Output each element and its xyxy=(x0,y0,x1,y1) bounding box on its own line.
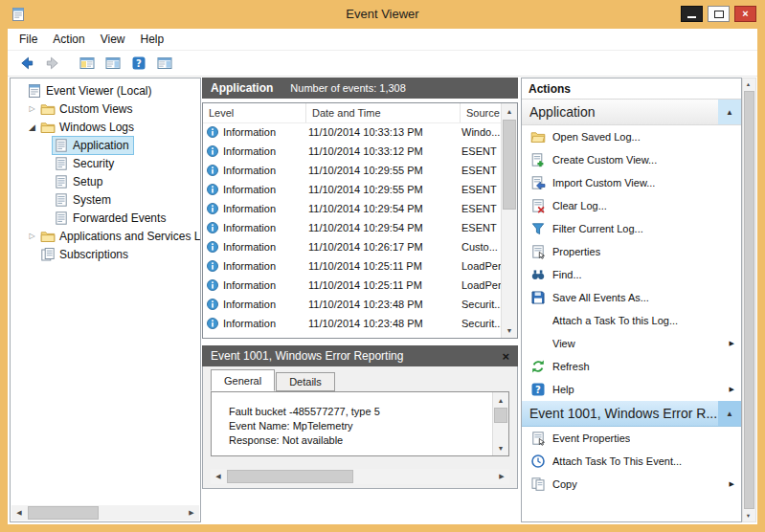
preview-horizontal-scrollbar[interactable]: ◀ ▶ xyxy=(211,469,509,484)
collapse-group-icon[interactable]: ▲ xyxy=(718,100,741,124)
menu-action[interactable]: Action xyxy=(45,33,92,46)
tab-general[interactable]: General xyxy=(211,369,275,391)
maximize-button[interactable] xyxy=(708,6,730,22)
scroll-thumb[interactable] xyxy=(503,120,516,210)
action-properties[interactable]: Properties xyxy=(522,240,741,263)
scroll-right-icon[interactable]: ▶ xyxy=(494,469,509,484)
scroll-up-icon[interactable]: ▲ xyxy=(743,78,754,90)
chevron-collapsed-icon[interactable]: ▷ xyxy=(26,104,38,113)
toolbar-help-button[interactable]: ? xyxy=(129,54,148,73)
event-level: Information xyxy=(223,126,276,138)
titlebar[interactable]: Event Viewer × xyxy=(0,0,765,29)
action-create-custom-view[interactable]: Create Custom View... xyxy=(522,148,741,171)
close-preview-icon[interactable]: × xyxy=(502,349,509,364)
menu-view[interactable]: View xyxy=(93,33,133,46)
tab-details[interactable]: Details xyxy=(276,372,335,391)
action-label: Event Properties xyxy=(552,432,630,444)
event-row[interactable]: Information11/10/2014 10:33:12 PMESENT xyxy=(203,142,502,161)
toolbar-forward-button[interactable] xyxy=(43,54,62,73)
toolbar-show-action-pane-2-button[interactable] xyxy=(155,54,174,73)
event-row[interactable]: Information11/10/2014 10:23:48 PMSecurit… xyxy=(203,295,502,314)
column-header-level[interactable]: Level xyxy=(203,103,306,122)
action-label: Filter Current Log... xyxy=(552,223,643,234)
actions-vertical-scrollbar[interactable]: ▲ ▼ xyxy=(742,78,756,522)
action-import-custom-view[interactable]: Import Custom View... xyxy=(522,171,741,194)
event-row[interactable]: Information11/10/2014 10:25:11 PMLoadPer… xyxy=(203,256,502,276)
toolbar-back-button[interactable] xyxy=(17,54,36,73)
information-icon xyxy=(206,317,219,330)
tree-item-application[interactable]: Application xyxy=(11,136,200,154)
actions-group-event-1001-windows-error-r[interactable]: Event 1001, Windows Error R...▲ xyxy=(522,401,741,427)
scroll-thumb[interactable] xyxy=(494,408,507,423)
scroll-thumb[interactable] xyxy=(227,470,353,483)
console-tree-panel: Event Viewer (Local)▷Custom Views◢Window… xyxy=(10,78,201,522)
tree-item-forwarded-events[interactable]: Forwarded Events xyxy=(11,209,200,227)
tree-item-custom-views[interactable]: ▷Custom Views xyxy=(11,100,200,118)
help-icon: ? xyxy=(131,55,146,71)
preview-vertical-scrollbar[interactable]: ▲ ▼ xyxy=(492,392,508,455)
event-datetime: 11/10/2014 10:25:11 PM xyxy=(303,260,456,272)
event-row[interactable]: Information11/10/2014 10:29:54 PMESENT xyxy=(203,199,502,218)
scroll-up-icon[interactable]: ▲ xyxy=(493,392,508,408)
actions-group-application[interactable]: Application▲ xyxy=(522,100,741,125)
chevron-expanded-icon[interactable]: ◢ xyxy=(26,122,38,132)
event-row[interactable]: Information11/10/2014 10:29:54 PMESENT xyxy=(203,218,502,237)
event-row[interactable]: Information11/10/2014 10:25:11 PMLoadPer… xyxy=(203,276,502,295)
console-tree: Event Viewer (Local)▷Custom Views◢Window… xyxy=(11,78,200,263)
action-open-saved-log[interactable]: Open Saved Log... xyxy=(522,125,741,148)
scroll-thumb[interactable] xyxy=(28,506,99,520)
action-find[interactable]: Find... xyxy=(522,263,741,286)
tree-item-event-viewer-local[interactable]: Event Viewer (Local) xyxy=(11,81,200,100)
blank-icon xyxy=(530,313,546,328)
scroll-up-icon[interactable]: ▲ xyxy=(502,103,517,119)
blank-icon xyxy=(530,336,546,351)
scroll-down-icon[interactable]: ▼ xyxy=(743,510,754,521)
scroll-down-icon[interactable]: ▼ xyxy=(493,440,508,455)
tree-item-subscriptions[interactable]: Subscriptions xyxy=(11,245,200,263)
action-event-properties[interactable]: Event Properties xyxy=(522,427,741,450)
close-button[interactable]: × xyxy=(734,6,756,22)
action-help[interactable]: ?Help▶ xyxy=(522,378,741,401)
scroll-left-icon[interactable]: ◀ xyxy=(211,469,226,484)
event-row[interactable]: Information11/10/2014 10:33:13 PMWindo..… xyxy=(203,122,502,142)
import-custom-view-icon xyxy=(530,175,546,190)
scroll-left-icon[interactable]: ◀ xyxy=(11,505,27,521)
action-refresh[interactable]: Refresh xyxy=(522,355,741,378)
toolbar-show-console-tree-button[interactable] xyxy=(78,54,97,73)
scroll-thumb[interactable] xyxy=(744,91,754,509)
scroll-right-icon[interactable]: ▶ xyxy=(184,505,199,521)
action-clear-log[interactable]: Clear Log... xyxy=(522,194,741,217)
tree-item-windows-logs[interactable]: ◢Windows Logs xyxy=(11,118,200,136)
action-attach-task-to-this-event[interactable]: Attach Task To This Event... xyxy=(522,450,741,473)
action-save-all-events-as[interactable]: Save All Events As... xyxy=(522,286,741,309)
tree-item-system[interactable]: System xyxy=(11,190,200,209)
action-filter-current-log[interactable]: Filter Current Log... xyxy=(522,217,741,240)
tree-item-applications-and-services-lo[interactable]: ▷Applications and Services Lo xyxy=(11,227,200,245)
tree-item-security[interactable]: Security xyxy=(11,154,200,172)
action-copy[interactable]: Copy▶ xyxy=(522,473,741,496)
collapse-group-icon[interactable]: ▲ xyxy=(718,401,741,426)
events-table: LevelDate and TimeSource Information11/1… xyxy=(202,102,518,339)
action-label: Find... xyxy=(552,269,582,280)
event-row[interactable]: Information11/10/2014 10:29:55 PMESENT xyxy=(203,180,502,199)
tree-horizontal-scrollbar[interactable]: ◀ ▶ xyxy=(11,505,199,521)
scroll-down-icon[interactable]: ▼ xyxy=(502,322,517,338)
event-row[interactable]: Information11/10/2014 10:29:55 PMESENT xyxy=(203,161,502,180)
minimize-button[interactable] xyxy=(681,6,703,22)
chevron-collapsed-icon[interactable]: ▷ xyxy=(26,232,38,240)
tree-item-setup[interactable]: Setup xyxy=(11,172,200,190)
event-row[interactable]: Information11/10/2014 10:26:17 PMCusto..… xyxy=(203,237,502,256)
action-label: View xyxy=(552,338,575,349)
column-header-source[interactable]: Source xyxy=(461,103,502,122)
menu-file[interactable]: File xyxy=(11,33,45,46)
event-source: Windo... xyxy=(456,126,502,138)
events-log-name: Application xyxy=(211,81,273,95)
events-vertical-scrollbar[interactable]: ▲ ▼ xyxy=(501,103,517,338)
toolbar-show-action-pane-button[interactable] xyxy=(103,54,123,73)
action-view[interactable]: View▶ xyxy=(522,332,741,355)
help-icon: ? xyxy=(530,382,546,397)
column-header-date-and-time[interactable]: Date and Time xyxy=(306,103,461,122)
menu-help[interactable]: Help xyxy=(133,33,172,46)
action-attach-a-task-to-this-log[interactable]: Attach a Task To this Log... xyxy=(522,309,741,332)
event-row[interactable]: Information11/10/2014 10:23:48 PMSecurit… xyxy=(203,314,502,333)
